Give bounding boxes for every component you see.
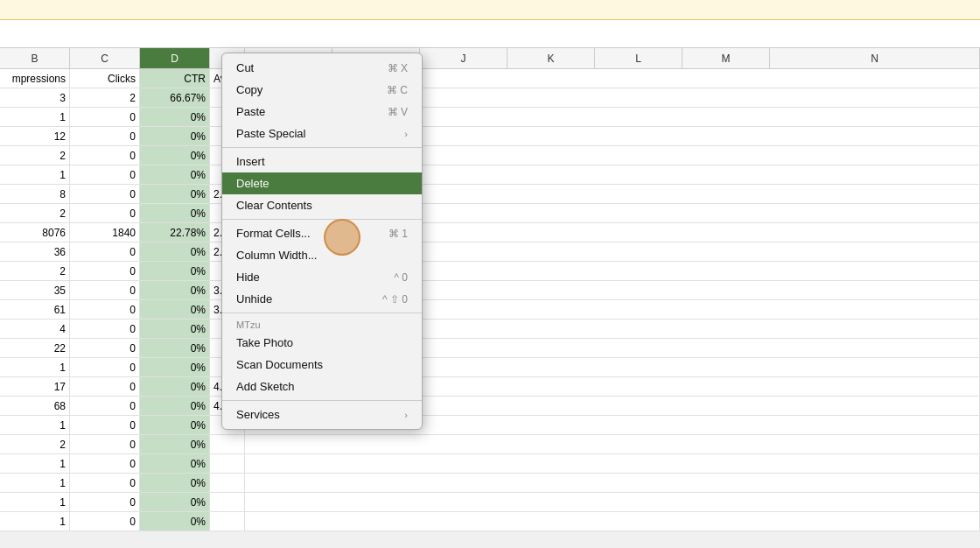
col-header-k[interactable]: K xyxy=(508,48,595,68)
table-row[interactable]: 1700%4.05 xyxy=(0,377,980,397)
table-row[interactable]: 200% xyxy=(0,262,980,281)
cell-d[interactable]: 0% xyxy=(140,146,210,165)
cell-c[interactable]: 2 xyxy=(70,88,140,107)
cell-c[interactable]: 0 xyxy=(70,165,140,184)
cell-c[interactable]: 0 xyxy=(70,242,140,261)
col-header-c[interactable]: C xyxy=(70,48,140,68)
cell-d[interactable]: 0% xyxy=(140,339,210,357)
cell-b[interactable]: 36 xyxy=(0,242,70,261)
cell-b[interactable]: 61 xyxy=(0,300,70,319)
cell-b[interactable]: 1 xyxy=(0,474,70,492)
cell-d[interactable]: 0% xyxy=(140,416,210,434)
table-row[interactable]: 6100%3.08 xyxy=(0,300,980,320)
table-row[interactable]: 1200% xyxy=(0,127,980,146)
cell-c[interactable]: 0 xyxy=(70,146,140,165)
table-row[interactable]: 100% xyxy=(0,493,980,512)
menu-item-scan-documents[interactable]: Scan Documents xyxy=(222,354,422,376)
table-row[interactable]: mpressionsClicksCTRAvg. xyxy=(0,69,980,88)
menu-item-clear-contents[interactable]: Clear Contents xyxy=(222,194,422,216)
cell-b[interactable]: 1 xyxy=(0,165,70,184)
cell-b[interactable]: mpressions xyxy=(0,69,70,88)
menu-item-hide[interactable]: Hide^ 0 xyxy=(222,266,422,288)
table-row[interactable]: 100% xyxy=(0,512,980,531)
cell-c[interactable]: 0 xyxy=(70,300,140,319)
cell-b[interactable]: 22 xyxy=(0,339,70,357)
cell-d[interactable]: 0% xyxy=(140,493,210,511)
cell-c[interactable]: 0 xyxy=(70,474,140,492)
table-row[interactable]: 3266.67% xyxy=(0,88,980,108)
menu-item-take-photo[interactable]: Take Photo xyxy=(222,332,422,354)
cell-c[interactable]: 0 xyxy=(70,397,140,415)
table-row[interactable]: 100% xyxy=(0,358,980,377)
cell-d[interactable]: 0% xyxy=(140,320,210,338)
cell-c[interactable]: 0 xyxy=(70,262,140,280)
cell-c[interactable]: Clicks xyxy=(70,69,140,88)
table-row[interactable]: 100% xyxy=(0,165,980,185)
menu-item-cut[interactable]: Cut⌘ X xyxy=(222,57,422,79)
cell-b[interactable]: 2 xyxy=(0,204,70,222)
cell-b[interactable]: 4 xyxy=(0,320,70,338)
col-header-m[interactable]: M xyxy=(682,48,770,68)
cell-b[interactable]: 1 xyxy=(0,454,70,473)
cell-d[interactable]: 22.78% xyxy=(140,223,210,242)
table-row[interactable]: 200% xyxy=(0,435,980,454)
cell-d[interactable]: 0% xyxy=(140,377,210,396)
cell-d[interactable]: CTR xyxy=(140,69,210,88)
col-header-b[interactable]: B xyxy=(0,48,70,68)
table-row[interactable]: 6800%4.38 xyxy=(0,397,980,416)
cell-c[interactable]: 0 xyxy=(70,185,140,203)
cell-c[interactable]: 0 xyxy=(70,127,140,145)
cell-d2[interactable] xyxy=(210,512,245,530)
cell-d[interactable]: 0% xyxy=(140,204,210,222)
cell-b[interactable]: 1 xyxy=(0,108,70,126)
cell-d[interactable]: 0% xyxy=(140,435,210,453)
cell-d[interactable]: 0% xyxy=(140,358,210,376)
table-row[interactable]: 200% xyxy=(0,146,980,165)
cell-c[interactable]: 0 xyxy=(70,320,140,338)
cell-b[interactable]: 1 xyxy=(0,512,70,530)
table-row[interactable]: 100% xyxy=(0,416,980,435)
cell-c[interactable]: 0 xyxy=(70,493,140,511)
cell-c[interactable]: 0 xyxy=(70,108,140,126)
cell-b[interactable]: 1 xyxy=(0,358,70,376)
cell-b[interactable]: 2 xyxy=(0,435,70,453)
cell-d[interactable]: 0% xyxy=(140,185,210,203)
cell-c[interactable]: 0 xyxy=(70,339,140,357)
cell-b[interactable]: 1 xyxy=(0,493,70,511)
cell-c[interactable]: 0 xyxy=(70,435,140,453)
table-row[interactable]: 3600%2.66 xyxy=(0,242,980,262)
col-header-n[interactable]: N xyxy=(770,48,980,68)
table-row[interactable]: 800%2.3 xyxy=(0,185,980,204)
cell-d[interactable]: 0% xyxy=(140,281,210,299)
cell-b[interactable]: 8076 xyxy=(0,223,70,242)
menu-item-copy[interactable]: Copy⌘ C xyxy=(222,79,422,101)
cell-c[interactable]: 0 xyxy=(70,512,140,530)
menu-item-unhide[interactable]: Unhide^ ⇧ 0 xyxy=(222,288,422,310)
table-row[interactable]: 200% xyxy=(0,204,980,223)
table-row[interactable]: 3500%3.00 xyxy=(0,281,980,300)
table-row[interactable]: 2200% xyxy=(0,339,980,358)
cell-b[interactable]: 1 xyxy=(0,416,70,434)
cell-b[interactable]: 8 xyxy=(0,185,70,203)
table-row[interactable]: 8076184022.78%2.56 xyxy=(0,223,980,242)
cell-c[interactable]: 0 xyxy=(70,204,140,222)
cell-c[interactable]: 1840 xyxy=(70,223,140,242)
cell-d[interactable]: 0% xyxy=(140,165,210,184)
menu-item-insert[interactable]: Insert xyxy=(222,151,422,172)
table-row[interactable]: 400% xyxy=(0,320,980,339)
cell-b[interactable]: 35 xyxy=(0,281,70,299)
menu-item-column-width[interactable]: Column Width... xyxy=(222,244,422,266)
cell-d[interactable]: 0% xyxy=(140,262,210,280)
menu-item-paste[interactable]: Paste⌘ V xyxy=(222,101,422,123)
col-header-j[interactable]: J xyxy=(420,48,508,68)
cell-d[interactable]: 0% xyxy=(140,454,210,473)
cell-c[interactable]: 0 xyxy=(70,416,140,434)
col-header-l[interactable]: L xyxy=(595,48,682,68)
cell-d2[interactable] xyxy=(210,435,245,453)
menu-item-delete[interactable]: Delete xyxy=(222,172,422,194)
cell-d[interactable]: 0% xyxy=(140,127,210,145)
cell-d2[interactable] xyxy=(210,454,245,473)
cell-d2[interactable] xyxy=(210,474,245,492)
cell-b[interactable]: 68 xyxy=(0,397,70,415)
cell-d[interactable]: 0% xyxy=(140,108,210,126)
